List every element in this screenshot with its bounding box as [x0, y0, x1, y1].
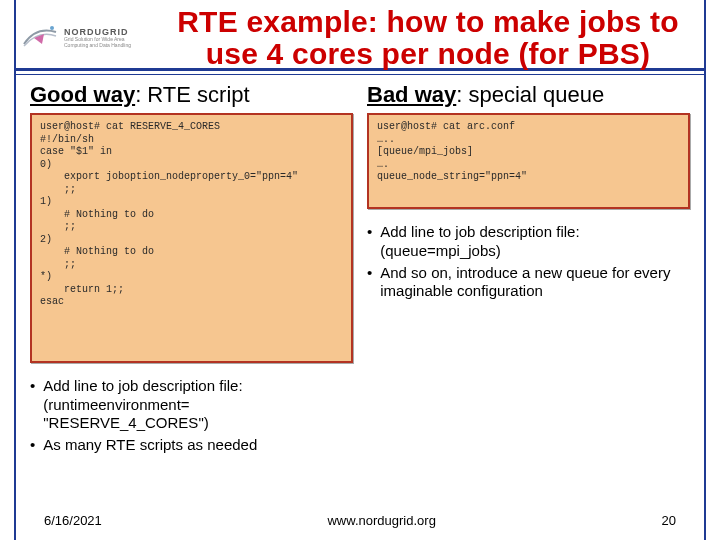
heading-bad-underline: Bad way	[367, 82, 456, 107]
logo-swoosh-icon	[22, 20, 58, 56]
column-bad: Bad way: special queue user@host# cat ar…	[367, 82, 690, 494]
heading-bad-rest: : special queue	[456, 82, 604, 107]
logo-text-block: NORDUGRID Grid Solution for Wide Area Co…	[64, 28, 150, 48]
bullets-bad: • Add line to job description file: (que…	[367, 223, 690, 304]
bullet-text: Add line to job description file: (runti…	[43, 377, 353, 432]
slide: NORDUGRID Grid Solution for Wide Area Co…	[0, 0, 720, 540]
heading-good: Good way: RTE script	[30, 82, 353, 107]
bullet-icon: •	[30, 377, 35, 432]
footer-url: www.nordugrid.org	[327, 513, 435, 528]
logo-tagline: Grid Solution for Wide Area Computing an…	[64, 37, 150, 48]
heading-good-underline: Good way	[30, 82, 135, 107]
heading-good-rest: : RTE script	[135, 82, 250, 107]
title-line-2: use 4 cores per node (for PBS)	[206, 37, 650, 70]
footer-page: 20	[662, 513, 676, 528]
svg-point-1	[50, 26, 54, 30]
list-item: • Add line to job description file: (run…	[30, 377, 353, 432]
logo: NORDUGRID Grid Solution for Wide Area Co…	[22, 12, 150, 64]
frame-line-right	[704, 0, 706, 540]
code-good: user@host# cat RESERVE_4_CORES #!/bin/sh…	[30, 113, 353, 363]
footer: 6/16/2021 www.nordugrid.org 20	[44, 513, 676, 528]
slide-title: RTE example: how to make jobs to use 4 c…	[160, 6, 696, 69]
bullets-good: • Add line to job description file: (run…	[30, 377, 353, 458]
bullet-icon: •	[367, 223, 372, 260]
list-item: • Add line to job description file: (que…	[367, 223, 690, 260]
bullet-text: And so on, introduce a new queue for eve…	[380, 264, 690, 301]
list-item: • As many RTE scripts as needed	[30, 436, 353, 454]
bullet-text: As many RTE scripts as needed	[43, 436, 353, 454]
column-good: Good way: RTE script user@host# cat RESE…	[30, 82, 353, 494]
title-line-1: RTE example: how to make jobs to	[177, 5, 679, 38]
list-item: • And so on, introduce a new queue for e…	[367, 264, 690, 301]
heading-bad: Bad way: special queue	[367, 82, 690, 107]
columns: Good way: RTE script user@host# cat RESE…	[30, 82, 690, 494]
frame-line-top-thin	[14, 74, 706, 75]
bullet-icon: •	[30, 436, 35, 454]
bullet-text: Add line to job description file: (queue…	[380, 223, 690, 260]
code-bad: user@host# cat arc.conf ….. [queue/mpi_j…	[367, 113, 690, 209]
footer-date: 6/16/2021	[44, 513, 102, 528]
frame-line-left	[14, 0, 16, 540]
bullet-icon: •	[367, 264, 372, 301]
